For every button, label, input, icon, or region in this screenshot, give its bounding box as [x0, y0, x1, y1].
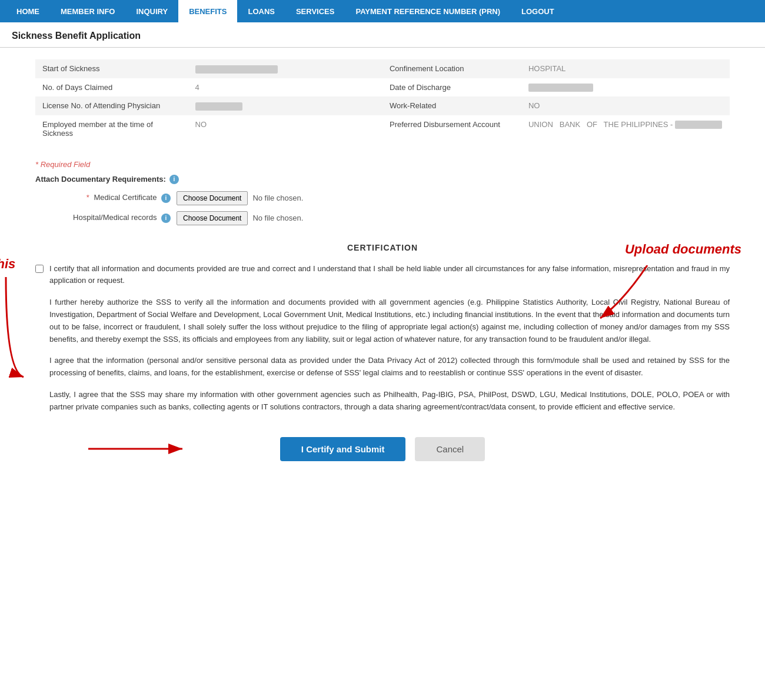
certification-para3: I agree that the information (personal a… — [35, 355, 730, 379]
choose-medical-cert-button[interactable]: Choose Document — [177, 191, 248, 205]
nav-services[interactable]: SERVICES — [285, 0, 345, 22]
value-discharge-date — [521, 78, 730, 97]
attach-info-icon[interactable]: i — [169, 175, 179, 184]
no-file-hospital-text: No file chosen. — [252, 214, 303, 222]
required-label: * Required Field — [35, 160, 730, 169]
arrow-upload-docs-icon — [588, 265, 659, 336]
attach-label: Attach Documentary Requirements: i — [35, 175, 730, 184]
table-row: No. of Days Claimed 4 Date of Discharge — [35, 78, 730, 97]
value-license-no — [188, 96, 382, 115]
value-confinement: HOSPITAL — [521, 59, 730, 78]
certification-para4: Lastly, I agree that the SSS may share m… — [35, 389, 730, 414]
hospital-records-info-icon[interactable]: i — [161, 214, 171, 223]
nav-home[interactable]: HOME — [6, 0, 50, 22]
nav-loans[interactable]: LOANS — [237, 0, 285, 22]
choose-hospital-records-button[interactable]: Choose Document — [177, 211, 248, 225]
table-row: Employed member at the time of Sickness … — [35, 115, 730, 142]
label-days-claimed: No. of Days Claimed — [35, 78, 188, 97]
certification-checkbox[interactable] — [35, 265, 44, 273]
label-hospital-records: Hospital/Medical records i — [47, 213, 177, 223]
label-confinement: Confinement Location — [382, 59, 521, 78]
value-employed-member: NO — [188, 115, 382, 142]
page-title: Sickness Benefit Application — [12, 31, 753, 41]
required-star: * — [87, 193, 89, 202]
button-row: I Certify and Submit Cancel — [35, 437, 730, 479]
cancel-button[interactable]: Cancel — [415, 437, 485, 461]
certify-submit-button[interactable]: I Certify and Submit — [280, 437, 406, 461]
nav-logout[interactable]: LOGOUT — [511, 0, 565, 22]
value-work-related: NO — [521, 96, 730, 115]
arrow-submit-icon — [82, 431, 212, 466]
table-row: License No. of Attending Physician Work-… — [35, 96, 730, 115]
medical-cert-info-icon[interactable]: i — [161, 194, 171, 203]
page-title-bar: Sickness Benefit Application — [0, 22, 765, 48]
no-file-medical-text: No file chosen. — [252, 194, 303, 202]
info-table: Start of Sickness Confinement Location H… — [35, 59, 730, 142]
nav-inquiry[interactable]: INQUIRY — [125, 0, 178, 22]
arrow-check-this-icon — [0, 277, 41, 383]
value-start-sickness — [188, 59, 382, 78]
label-work-related: Work-Related — [382, 96, 521, 115]
nav-member-info[interactable]: MEMBER INFO — [50, 0, 125, 22]
table-row: Start of Sickness Confinement Location H… — [35, 59, 730, 78]
file-row-medical: * Medical Certificate i Choose Document … — [35, 191, 730, 205]
label-medical-cert: * Medical Certificate i — [47, 193, 177, 203]
value-disbursement: UNION BANK OF THE PHILIPPINES - — [521, 115, 730, 142]
label-license-no: License No. of Attending Physician — [35, 96, 188, 115]
label-disbursement: Preferred Disbursement Account — [382, 115, 521, 142]
label-employed-member: Employed member at the time of Sickness — [35, 115, 188, 142]
file-row-hospital: Hospital/Medical records i Choose Docume… — [35, 211, 730, 225]
label-start-sickness: Start of Sickness — [35, 59, 188, 78]
nav-benefits[interactable]: BENEFITS — [178, 0, 237, 22]
value-days-claimed: 4 — [188, 78, 382, 97]
navigation: HOME MEMBER INFO INQUIRY BENEFITS LOANS … — [0, 0, 765, 22]
annotation-upload-docs: Upload documents — [625, 242, 741, 257]
required-section: * Required Field Attach Documentary Requ… — [35, 160, 730, 225]
annotation-check-this: Check this — [0, 256, 15, 272]
nav-prn[interactable]: PAYMENT REFERENCE NUMBER (PRN) — [345, 0, 511, 22]
label-discharge-date: Date of Discharge — [382, 78, 521, 97]
